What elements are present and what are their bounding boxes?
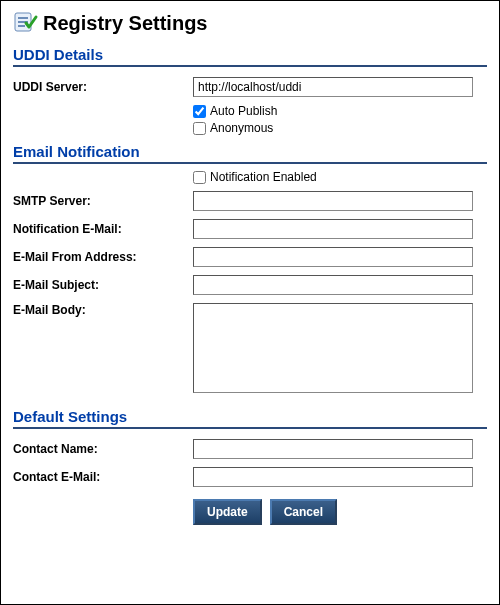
row-auto-publish: Auto Publish — [13, 104, 487, 118]
notify-email-label: Notification E-Mail: — [13, 222, 193, 236]
section-rule — [13, 65, 487, 67]
row-uddi-server: UDDI Server: — [13, 73, 487, 101]
row-subject: E-Mail Subject: — [13, 271, 487, 299]
settings-icon — [13, 9, 39, 38]
notify-email-input[interactable] — [193, 219, 473, 239]
row-anonymous: Anonymous — [13, 121, 487, 135]
contact-name-label: Contact Name: — [13, 442, 193, 456]
svg-rect-1 — [18, 17, 28, 19]
button-row: Update Cancel — [13, 499, 487, 525]
smtp-label: SMTP Server: — [13, 194, 193, 208]
section-rule — [13, 427, 487, 429]
page-title: Registry Settings — [43, 12, 207, 35]
from-label: E-Mail From Address: — [13, 250, 193, 264]
notification-enabled-label: Notification Enabled — [210, 170, 317, 184]
auto-publish-label: Auto Publish — [210, 104, 277, 118]
smtp-input[interactable] — [193, 191, 473, 211]
row-smtp: SMTP Server: — [13, 187, 487, 215]
body-label: E-Mail Body: — [13, 303, 193, 317]
anonymous-label: Anonymous — [210, 121, 273, 135]
row-body: E-Mail Body: — [13, 299, 487, 400]
uddi-server-label: UDDI Server: — [13, 80, 193, 94]
row-contact-name: Contact Name: — [13, 435, 487, 463]
row-contact-email: Contact E-Mail: — [13, 463, 487, 491]
contact-name-input[interactable] — [193, 439, 473, 459]
row-notification-enabled: Notification Enabled — [13, 170, 487, 184]
section-header-email: Email Notification — [13, 143, 487, 160]
svg-rect-3 — [18, 25, 25, 27]
update-button[interactable]: Update — [193, 499, 262, 525]
body-textarea[interactable] — [193, 303, 473, 393]
uddi-server-input[interactable] — [193, 77, 473, 97]
subject-label: E-Mail Subject: — [13, 278, 193, 292]
section-header-defaults: Default Settings — [13, 408, 487, 425]
section-rule — [13, 162, 487, 164]
row-notify-email: Notification E-Mail: — [13, 215, 487, 243]
from-input[interactable] — [193, 247, 473, 267]
contact-email-input[interactable] — [193, 467, 473, 487]
section-header-uddi: UDDI Details — [13, 46, 487, 63]
auto-publish-checkbox[interactable] — [193, 105, 206, 118]
settings-panel: Registry Settings UDDI Details UDDI Serv… — [0, 0, 500, 605]
page-title-row: Registry Settings — [13, 9, 487, 38]
anonymous-checkbox[interactable] — [193, 122, 206, 135]
row-from: E-Mail From Address: — [13, 243, 487, 271]
contact-email-label: Contact E-Mail: — [13, 470, 193, 484]
notification-enabled-checkbox[interactable] — [193, 171, 206, 184]
subject-input[interactable] — [193, 275, 473, 295]
cancel-button[interactable]: Cancel — [270, 499, 337, 525]
